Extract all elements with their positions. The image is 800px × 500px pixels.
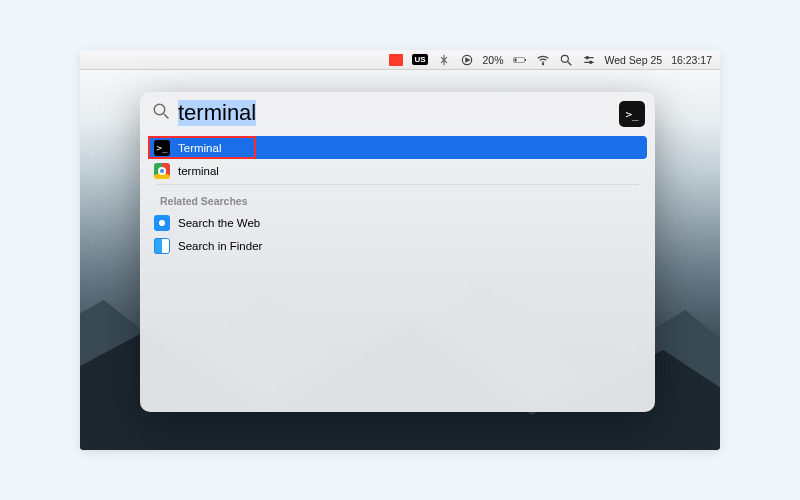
spotlight-search-bar: >_ [140,92,655,134]
svg-point-12 [154,104,165,115]
result-label: Terminal [178,142,221,154]
airplay-icon[interactable] [460,53,474,67]
svg-point-6 [561,55,568,62]
divider [156,184,639,185]
menubar-time[interactable]: 16:23:17 [671,54,712,66]
safari-icon [154,215,170,231]
menu-bar: US 20% Wed Sep 25 16:23:17 [80,50,720,70]
spotlight-menu-icon[interactable] [559,53,573,67]
top-hit-preview-icon[interactable]: >_ [619,101,645,127]
svg-line-13 [164,114,169,119]
result-terminal-app[interactable]: >_ Terminal [148,136,647,159]
battery-icon[interactable] [513,53,527,67]
bluetooth-off-icon[interactable] [437,53,451,67]
menubar-date[interactable]: Wed Sep 25 [605,54,663,66]
result-label: Search in Finder [178,240,262,252]
wifi-icon[interactable] [536,53,550,67]
result-label: terminal [178,165,219,177]
related-search-finder[interactable]: Search in Finder [148,234,647,257]
finder-icon [154,238,170,254]
svg-line-7 [567,61,571,65]
search-icon [152,102,170,124]
chrome-icon [154,163,170,179]
battery-percentage[interactable]: 20% [483,54,504,66]
macos-desktop: US 20% Wed Sep 25 16:23:17 >_ [80,50,720,450]
svg-point-5 [542,63,543,64]
related-search-web[interactable]: Search the Web [148,211,647,234]
screen-record-indicator[interactable] [389,54,403,66]
related-searches-header: Related Searches [148,187,647,211]
spotlight-window: >_ >_ Terminal terminal Related Searches… [140,92,655,412]
svg-point-11 [589,61,591,63]
svg-rect-4 [514,58,516,61]
svg-point-10 [586,56,588,58]
control-center-icon[interactable] [582,53,596,67]
spotlight-input[interactable] [178,100,643,126]
result-terminal-web[interactable]: terminal [148,159,647,182]
spotlight-results: >_ Terminal terminal Related Searches Se… [140,134,655,259]
result-label: Search the Web [178,217,260,229]
terminal-icon: >_ [154,140,170,156]
input-source-indicator[interactable]: US [412,54,427,65]
svg-marker-1 [465,58,469,62]
svg-rect-3 [525,59,526,61]
